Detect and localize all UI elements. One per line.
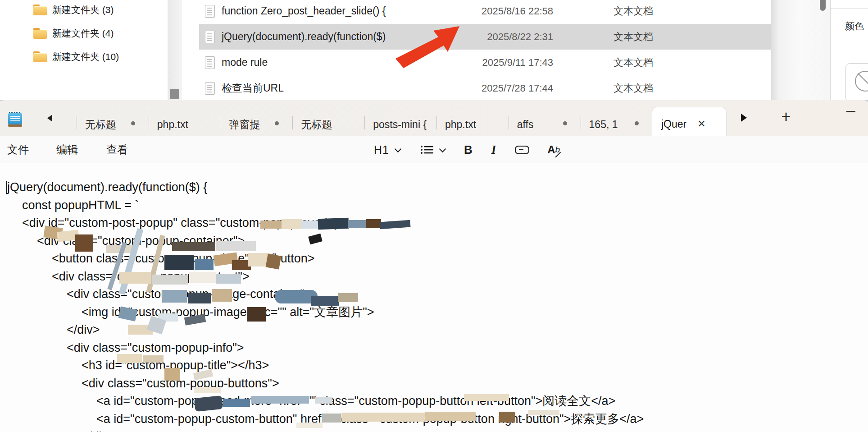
- tab-label: php.txt: [445, 119, 476, 131]
- tab-7[interactable]: affs: [509, 107, 581, 136]
- folder-name: 新建文件夹 (3): [52, 4, 114, 16]
- code-line-4: <div class="custom-popup-container">: [0, 232, 868, 250]
- file-row-selected[interactable]: jQuery(document).ready(function($)2025/8…: [199, 24, 771, 50]
- italic-button[interactable]: I: [491, 143, 496, 157]
- tab-5[interactable]: posts-mini {: [364, 107, 436, 136]
- tab-label: affs: [517, 119, 534, 131]
- text-file-icon: [205, 31, 215, 43]
- notepad-app-icon: [8, 112, 22, 127]
- notepad-window: 无标题php.txt弹窗提无标题posts-mini {php.txtaffs1…: [0, 100, 868, 432]
- tab-2[interactable]: php.txt: [149, 107, 221, 136]
- tab-1[interactable]: 无标题: [77, 107, 149, 136]
- tab-label: 165, 1: [589, 119, 618, 131]
- file-type: 文本文档: [614, 0, 653, 24]
- heading-style-button[interactable]: H1: [374, 143, 400, 156]
- file-type: 文本文档: [614, 50, 653, 75]
- close-tab-icon[interactable]: ✕: [697, 119, 705, 129]
- menu-edit[interactable]: 编辑: [56, 136, 78, 163]
- no-color-icon[interactable]: [855, 71, 868, 92]
- code-line-5: <button class="custom-popup-close">×</bu…: [0, 250, 868, 268]
- folder-tree: 新建文件夹 (3)新建文件夹 (4)新建文件夹 (10): [0, 0, 168, 100]
- file-list: function Zero_post_header_slide() {2025/…: [182, 0, 771, 100]
- code-line-2: const popupHTML = `: [0, 197, 868, 215]
- clear-format-button[interactable]: Ab: [547, 143, 560, 156]
- tree-scrollbar[interactable]: [168, 0, 182, 100]
- file-modified-date: 2025/9/11 17:43: [451, 50, 553, 75]
- file-modified-date: 2025/8/16 22:58: [451, 0, 553, 24]
- screenshot-canvas: { "explorer": { "folders": [ {"name": "新…: [0, 0, 868, 432]
- code-line-12: <div class="custom-popup-buttons">: [0, 375, 868, 393]
- minimize-button[interactable]: [846, 111, 855, 112]
- file-row[interactable]: function Zero_post_header_slide() {2025/…: [199, 0, 771, 24]
- link-icon: [515, 146, 529, 154]
- link-button[interactable]: [515, 146, 529, 154]
- file-name: mode rule: [222, 50, 268, 75]
- code-line-8: <img id="custom-popup-image" src="" alt=…: [0, 303, 868, 322]
- tab-label: php.txt: [157, 119, 188, 131]
- tree-item-folder[interactable]: 新建文件夹 (3): [0, 2, 168, 18]
- code-line-3: <div id="custom-post-popup" class="custo…: [0, 214, 868, 232]
- chevron-down-icon: [395, 145, 402, 152]
- format-toolbar: H1 B I Ab: [374, 136, 560, 163]
- text-file-icon: [205, 5, 215, 18]
- code-line-6: <div class="custom-popup-content">: [0, 268, 868, 286]
- scroll-tabs-right-icon[interactable]: [741, 114, 747, 122]
- color-panel: 颜色: [830, 0, 868, 100]
- code-line-11: <h3 id="custom-popup-title"></h3>: [0, 357, 868, 375]
- code-line-15: </div>: [0, 428, 868, 432]
- unsaved-dot-icon: [635, 121, 639, 125]
- color-swatch-box[interactable]: [845, 63, 868, 102]
- bold-button[interactable]: B: [464, 143, 473, 157]
- tab-4[interactable]: 无标题: [292, 107, 364, 136]
- tab-label: 无标题: [301, 118, 332, 132]
- unsaved-dot-icon: [563, 121, 567, 125]
- code-line-9: </div>: [0, 321, 868, 339]
- notepad-icon-pad: [8, 113, 22, 124]
- folder-icon: [33, 28, 47, 39]
- code-line-13: <a id="custom-popup-read-more" href="" c…: [0, 392, 868, 410]
- tree-scrollbar-thumb[interactable]: [170, 89, 179, 99]
- color-panel-divider: [831, 8, 868, 9]
- code-line-10: <div class="custom-popup-info">: [0, 339, 868, 357]
- folder-icon: [33, 51, 47, 62]
- code-line-1: jQuery(document).ready(function($) {: [0, 179, 868, 197]
- folder-icon: [33, 5, 47, 15]
- text-file-icon: [205, 82, 215, 95]
- new-tab-button[interactable]: +: [777, 106, 795, 127]
- tab-label: 无标题: [85, 118, 116, 132]
- text-editor-area[interactable]: jQuery(document).ready(function($) {cons…: [0, 163, 868, 432]
- file-modified-date: 2025/7/28 17:44: [451, 75, 553, 101]
- file-name: jQuery(document).ready(function($): [222, 24, 386, 50]
- file-row[interactable]: mode rule2025/9/11 17:43文本文档: [199, 50, 771, 75]
- file-explorer-window: 新建文件夹 (3)新建文件夹 (4)新建文件夹 (10) function Ze…: [0, 0, 868, 101]
- code-line-7: <div class="custom-popup-image-container…: [0, 285, 868, 303]
- menu-view[interactable]: 查看: [106, 136, 128, 163]
- tree-item-folder[interactable]: 新建文件夹 (4): [0, 25, 168, 41]
- tree-item-folder[interactable]: 新建文件夹 (10): [0, 49, 168, 65]
- file-row[interactable]: 检查当前URL2025/7/28 17:44文本文档: [199, 75, 771, 101]
- file-name: 检查当前URL: [222, 75, 284, 101]
- text-cursor: [6, 181, 7, 194]
- menu-file[interactable]: 文件: [7, 136, 29, 163]
- chevron-down-icon: [439, 145, 446, 152]
- active-tab-label: jQuer: [661, 118, 686, 130]
- tab-label: 弹窗提: [229, 118, 260, 132]
- text-file-icon: [205, 56, 215, 69]
- tab-active-jquer[interactable]: jQuer ✕: [652, 107, 726, 136]
- color-panel-label: 颜色: [845, 20, 864, 32]
- tabs-strip: 无标题php.txt弹窗提无标题posts-mini {php.txtaffs1…: [77, 107, 652, 136]
- filelist-scrollbar-thumb[interactable]: [820, 0, 826, 11]
- tab-8[interactable]: 165, 1: [581, 107, 653, 136]
- folder-name: 新建文件夹 (4): [52, 27, 114, 40]
- menu-bar: 文件 编辑 查看 H1 B I: [0, 136, 868, 164]
- code-content: jQuery(document).ready(function($) {cons…: [0, 179, 868, 432]
- window-gap: [771, 0, 830, 100]
- tab-6[interactable]: php.txt: [436, 107, 509, 136]
- list-style-button[interactable]: [420, 145, 445, 155]
- scroll-tabs-left-icon[interactable]: [47, 115, 52, 122]
- file-type: 文本文档: [614, 24, 653, 50]
- tab-3[interactable]: 弹窗提: [221, 107, 293, 136]
- bullet-list-icon: [420, 145, 434, 155]
- folder-name: 新建文件夹 (10): [52, 51, 119, 63]
- file-modified-date: 2025/8/22 2:31: [451, 24, 553, 50]
